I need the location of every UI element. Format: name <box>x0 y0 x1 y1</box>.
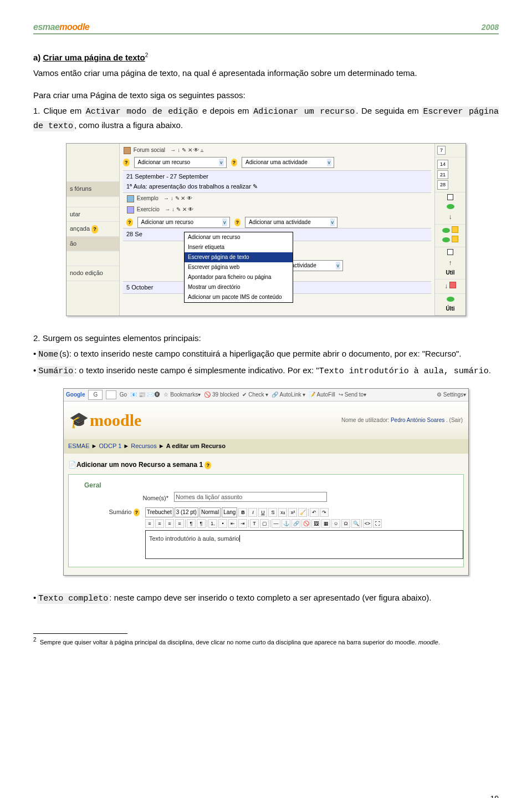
direction-button[interactable]: ¶ <box>197 519 206 528</box>
fullscreen-button[interactable]: ⛶ <box>373 519 382 528</box>
crumb-current: A editar um Recurso <box>166 443 226 449</box>
input-nome[interactable] <box>174 492 327 502</box>
paragraph-intro: Vamos então criar uma página de texto, n… <box>33 67 499 80</box>
sendto-label[interactable]: Send to <box>345 392 364 398</box>
bgcolor-button[interactable]: ▢ <box>260 519 269 528</box>
cal-cell[interactable]: 28 <box>437 180 448 189</box>
editor-toolbar-1: Trebuchet 3 (12 pt) Normal Lang B I U S … <box>145 507 463 517</box>
strike-button[interactable]: S <box>268 508 277 517</box>
footnote-rule <box>33 633 127 634</box>
dropdown-item[interactable]: Inserir etiqueta <box>185 242 293 252</box>
sidebar-utar: utar <box>70 211 80 217</box>
editor-content[interactable]: Texto introdutório à aula, sumário <box>145 530 463 559</box>
autofill-label[interactable]: AutoFill <box>316 392 335 398</box>
table-button[interactable]: ▦ <box>321 519 330 528</box>
cal-cell[interactable]: 21 <box>437 170 448 179</box>
eye-icon[interactable] <box>447 204 454 209</box>
autolink-label[interactable]: AutoLink <box>280 392 301 398</box>
step-1: 1. Clique em Activar modo de edição e de… <box>33 104 499 133</box>
toolbar-dropdown[interactable] <box>106 390 116 399</box>
direction-button[interactable]: ¶ <box>187 519 196 528</box>
cal-cell[interactable]: 14 <box>437 160 448 169</box>
align-left-button[interactable]: ≡ <box>145 519 154 528</box>
search-button[interactable]: 🔍 <box>351 519 360 528</box>
item-exemplo[interactable]: Exemplo <box>137 195 158 201</box>
g-button[interactable]: G <box>88 390 103 400</box>
undo-button[interactable]: ↶ <box>310 508 319 517</box>
char-button[interactable]: Ω <box>341 519 350 528</box>
crumb-recursos[interactable]: Recursos <box>131 443 156 449</box>
link-button[interactable]: 🔗 <box>291 519 300 528</box>
help-icon[interactable]: ? <box>231 159 238 166</box>
hr-button[interactable]: — <box>272 519 280 528</box>
emoticon-button[interactable]: ☺ <box>331 519 340 528</box>
help-icon[interactable]: ? <box>204 461 211 469</box>
settings-label[interactable]: Settings <box>443 392 463 398</box>
legend-geral: Geral <box>69 480 463 491</box>
dropdown-item[interactable]: Adicionar um recurso <box>185 232 293 242</box>
util-label: Util <box>446 270 454 276</box>
underline-button[interactable]: U <box>258 508 267 517</box>
help-icon[interactable]: ? <box>234 218 241 226</box>
help-icon[interactable]: ? <box>126 218 133 226</box>
help-icon[interactable]: ? <box>123 159 130 166</box>
indent-button[interactable]: ⇥ <box>238 519 247 528</box>
crumb-esmae[interactable]: ESMAE <box>68 443 90 449</box>
dropdown-item[interactable]: Escrever página web <box>185 262 293 272</box>
sub-button[interactable]: x₂ <box>278 508 287 517</box>
go-label[interactable]: Go <box>120 390 127 399</box>
dropdown-resource-open[interactable]: Adicionar um recurso Inserir etiqueta Es… <box>184 232 293 303</box>
screenshot-course-editor: s fóruns utar ançada ? ão nodo edição Fo… <box>66 143 466 316</box>
user-name-link[interactable]: Pedro António Soares <box>391 417 444 423</box>
forum-social-label: Forum social <box>134 147 165 153</box>
checkbox-icon[interactable] <box>447 194 453 200</box>
unlink-button[interactable]: 🚫 <box>301 519 310 528</box>
dropdown-item[interactable]: Apontador para ficheiro ou página <box>185 272 293 282</box>
dropdown-item[interactable]: Adicionar um pacote IMS de conteúdo <box>185 292 293 302</box>
section-heading: a) Criar uma página de texto2 <box>33 51 499 64</box>
align-center-button[interactable]: ≡ <box>155 519 164 528</box>
outdent-button[interactable]: ⇤ <box>228 519 237 528</box>
ol-button[interactable]: 1. <box>208 519 217 528</box>
item-exercicio[interactable]: Exercício <box>137 206 160 212</box>
source-button[interactable]: <> <box>363 519 372 528</box>
select-add-activity[interactable]: Adicionar uma actividadev <box>242 157 334 168</box>
select-add-resource[interactable]: Adicionar um recursov <box>134 157 227 168</box>
logo: esmaemoodle <box>33 22 89 32</box>
ul-button[interactable]: • <box>218 519 227 528</box>
bullet-texto-completo: •Texto completo: neste campo deve ser in… <box>33 591 499 606</box>
editor-style-select[interactable]: Normal <box>200 507 221 517</box>
help-icon[interactable]: ? <box>91 225 98 233</box>
editor-lang-select[interactable]: Lang <box>222 507 237 517</box>
sup-button[interactable]: x² <box>288 508 297 517</box>
eye-icon[interactable] <box>442 228 450 233</box>
bold-button[interactable]: B <box>238 508 247 517</box>
select-add-resource-2[interactable]: Adicionar um recursov <box>137 217 230 228</box>
clean-button[interactable]: 🧹 <box>298 508 307 517</box>
eye-icon[interactable] <box>447 297 454 302</box>
sidebar-ao: ão <box>70 240 76 247</box>
cal-cell[interactable]: 7 <box>437 146 446 155</box>
check-label[interactable]: Check <box>248 392 264 398</box>
editor-size-select[interactable]: 3 (12 pt) <box>175 507 198 517</box>
blocked-label: 39 blocked <box>212 392 239 398</box>
eye-icon[interactable] <box>442 237 450 242</box>
moodle-logo: 🎓moodle <box>69 407 141 434</box>
crumb-odcp[interactable]: ODCP 1 <box>99 443 122 449</box>
header-year: 2008 <box>482 23 499 32</box>
anchor-button[interactable]: ⚓ <box>282 519 290 528</box>
editor-font-select[interactable]: Trebuchet <box>145 507 173 517</box>
align-right-button[interactable]: ≡ <box>165 519 174 528</box>
badge-icon <box>452 226 458 233</box>
select-add-activity-2[interactable]: Adicionar uma actividadev <box>245 217 337 228</box>
redo-button[interactable]: ↷ <box>320 508 329 517</box>
bookmarks-label[interactable]: Bookmarks <box>170 392 198 398</box>
color-button[interactable]: T <box>250 519 259 528</box>
dropdown-item-selected[interactable]: Escrever página de texto <box>185 252 293 262</box>
italic-button[interactable]: I <box>248 508 257 517</box>
checkbox-icon[interactable] <box>447 249 453 255</box>
help-icon[interactable]: ? <box>134 509 140 516</box>
dropdown-item[interactable]: Mostrar um directório <box>185 282 293 292</box>
image-button[interactable]: 🖼 <box>311 519 320 528</box>
align-just-button[interactable]: ≡ <box>175 519 184 528</box>
